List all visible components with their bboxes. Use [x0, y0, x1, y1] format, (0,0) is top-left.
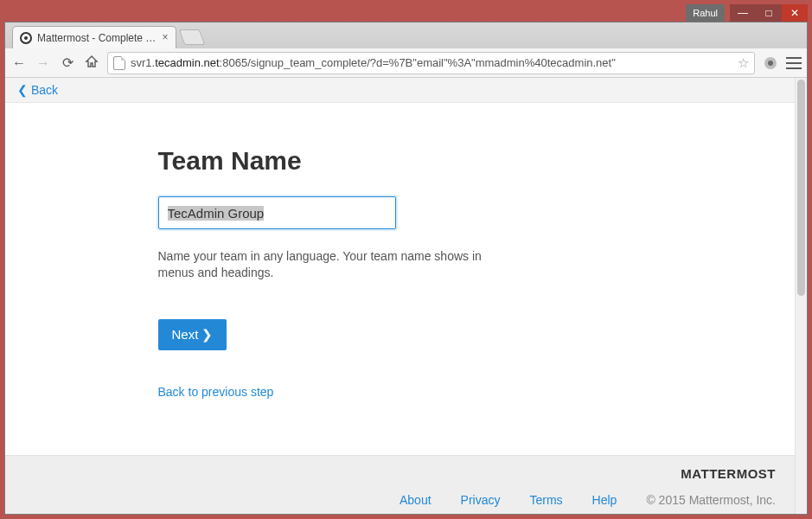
footer-brand: MATTERMOST	[24, 466, 776, 481]
footer-copyright: © 2015 Mattermost, Inc.	[646, 493, 776, 507]
close-tab-icon[interactable]: ×	[160, 32, 170, 42]
chevron-right-icon: ❯	[201, 327, 213, 343]
os-titlebar: Rahul — □ ✕	[4, 4, 808, 22]
nav-forward-icon: →	[35, 55, 52, 71]
url-host: tecadmin.net	[155, 56, 219, 69]
footer-link-terms[interactable]: Terms	[529, 493, 562, 507]
bookmark-star-icon[interactable]: ☆	[738, 55, 749, 71]
page-footer: MATTERMOST About Privacy Terms Help © 20…	[5, 455, 795, 514]
footer-link-privacy[interactable]: Privacy	[461, 493, 501, 507]
nav-home-icon[interactable]	[83, 54, 100, 72]
os-minimize-button[interactable]: —	[730, 4, 756, 22]
footer-link-about[interactable]: About	[400, 493, 432, 507]
back-to-previous-step-link[interactable]: Back to previous step	[158, 385, 643, 399]
extension-icon[interactable]	[762, 54, 779, 72]
team-name-input[interactable]	[158, 196, 396, 229]
page-title: Team Name	[158, 146, 643, 176]
mattermost-favicon-icon	[20, 32, 32, 44]
browser-toolbar: ← → ⟳ svr1.tecadmin.net:8065/signup_team…	[5, 48, 807, 78]
page-back-bar: ❮ Back	[5, 78, 795, 103]
url-bar[interactable]: svr1.tecadmin.net:8065/signup_team_compl…	[107, 52, 755, 74]
footer-link-help[interactable]: Help	[592, 493, 617, 507]
nav-reload-icon[interactable]: ⟳	[59, 54, 76, 71]
page-back-link[interactable]: ❮ Back	[17, 83, 58, 97]
page-back-label: Back	[31, 83, 58, 97]
url-prefix: svr1.	[131, 56, 155, 69]
page-icon	[113, 56, 125, 70]
svg-point-1	[768, 61, 773, 66]
url-rest: :8065/signup_team_complete/?d=%7B"email"…	[220, 56, 616, 69]
scrollbar-thumb[interactable]	[797, 80, 805, 296]
os-close-button[interactable]: ✕	[782, 4, 808, 22]
nav-back-icon[interactable]: ←	[10, 55, 28, 71]
scrollbar-track[interactable]	[795, 78, 807, 514]
chevron-left-icon: ❮	[17, 83, 31, 97]
browser-tabstrip: Mattermost - Complete T… ×	[5, 22, 807, 48]
os-user-badge: Rahul	[686, 4, 725, 22]
next-button[interactable]: Next ❯	[158, 319, 227, 350]
browser-menu-icon[interactable]	[786, 57, 802, 69]
next-button-label: Next	[172, 327, 199, 342]
os-maximize-button[interactable]: □	[756, 4, 782, 22]
helper-text: Name your team in any language. Your tea…	[158, 248, 487, 281]
browser-tab[interactable]: Mattermost - Complete T… ×	[12, 26, 176, 48]
new-tab-button[interactable]	[179, 29, 206, 45]
tab-title: Mattermost - Complete T…	[37, 32, 157, 44]
